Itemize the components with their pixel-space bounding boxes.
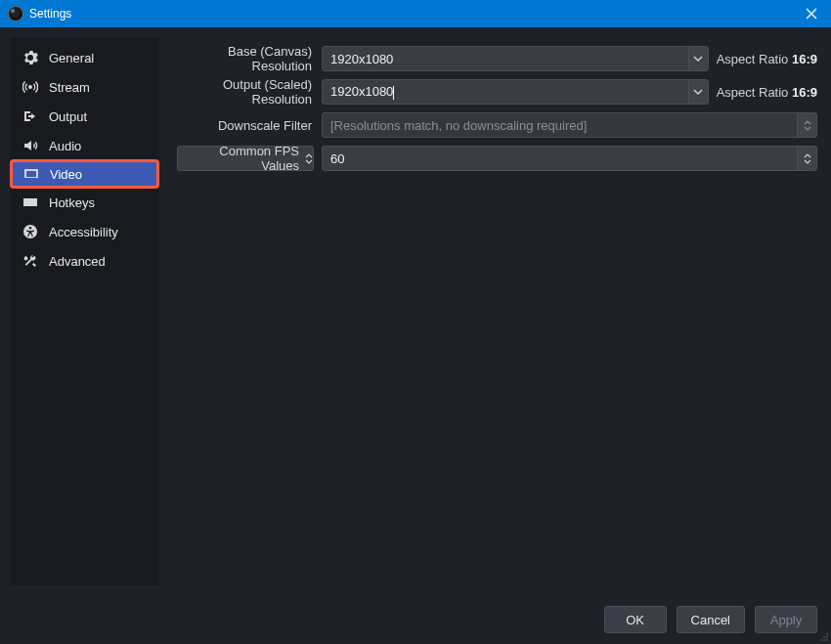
fps-value-combo[interactable]: 60 [322, 146, 817, 171]
sidebar-item-stream[interactable]: Stream [10, 72, 159, 102]
chevron-up-icon [804, 153, 811, 158]
sidebar-item-label: Advanced [49, 254, 106, 269]
settings-window: Settings General Stream [0, 0, 831, 644]
monitor-icon [22, 166, 40, 182]
chevron-up-icon [305, 153, 313, 158]
window-close-button[interactable] [792, 0, 831, 27]
accessibility-icon [22, 224, 39, 239]
sidebar-item-advanced[interactable]: Advanced [10, 246, 159, 276]
base-resolution-value: 1920x1080 [323, 52, 688, 66]
apply-button: Apply [755, 606, 817, 633]
window-title: Settings [29, 7, 71, 21]
sidebar-item-label: Accessibility [49, 225, 118, 239]
ok-button[interactable]: OK [604, 606, 667, 633]
sidebar: General Stream Output Audio [10, 37, 159, 585]
output-aspect-ratio: Aspect Ratio 16:9 [717, 85, 817, 100]
downscale-filter-row: Downscale Filter [Resolutions match, no … [177, 111, 817, 139]
speaker-icon [22, 138, 39, 153]
svg-point-1 [823, 639, 825, 641]
footer: OK Cancel Apply [0, 595, 831, 644]
output-resolution-label: Output (Scaled) Resolution [177, 77, 314, 107]
titlebar: Settings [0, 0, 831, 27]
sidebar-item-general[interactable]: General [10, 43, 159, 72]
cancel-button[interactable]: Cancel [677, 606, 745, 633]
close-icon [806, 8, 817, 20]
fps-value: 60 [323, 151, 797, 166]
fps-value-spin[interactable] [797, 147, 816, 170]
sidebar-item-output[interactable]: Output [10, 102, 159, 131]
tools-icon [22, 253, 39, 269]
fps-row: Common FPS Values 60 [177, 145, 817, 172]
main-panel: Base (Canvas) Resolution 1920x1080 Aspec… [159, 37, 821, 585]
text-cursor [393, 86, 394, 100]
fps-mode-spin[interactable] [305, 153, 313, 164]
chevron-down-icon [305, 159, 313, 164]
resize-grip[interactable] [817, 630, 829, 642]
downscale-filter-label: Downscale Filter [177, 118, 314, 133]
base-resolution-row: Base (Canvas) Resolution 1920x1080 Aspec… [177, 45, 817, 72]
sidebar-item-audio[interactable]: Audio [10, 131, 159, 160]
sidebar-item-label: Stream [49, 80, 90, 95]
sidebar-item-accessibility[interactable]: Accessibility [10, 217, 159, 246]
base-resolution-combo[interactable]: 1920x1080 [322, 46, 709, 71]
resize-grip-icon [817, 630, 829, 642]
output-resolution-value: 1920x1080 [323, 84, 688, 100]
svg-point-0 [826, 639, 828, 641]
svg-point-2 [826, 636, 828, 638]
fps-mode-label: Common FPS Values [178, 144, 305, 173]
sidebar-item-label: Audio [49, 139, 81, 153]
downscale-filter-spin [797, 113, 816, 137]
output-resolution-row: Output (Scaled) Resolution 1920x1080 Asp… [177, 78, 817, 106]
base-resolution-label: Base (Canvas) Resolution [177, 44, 314, 73]
sidebar-item-label: Output [49, 109, 87, 124]
output-resolution-combo[interactable]: 1920x1080 [322, 79, 709, 105]
output-icon [22, 108, 39, 124]
settings-body: General Stream Output Audio [0, 27, 831, 595]
svg-point-5 [826, 633, 828, 635]
obs-icon [8, 6, 23, 21]
base-resolution-caret[interactable] [688, 47, 708, 70]
sidebar-item-label: Video [50, 167, 82, 182]
sidebar-item-label: Hotkeys [49, 195, 95, 210]
svg-point-4 [823, 636, 825, 638]
downscale-filter-value: [Resolutions match, no downscaling requi… [323, 118, 797, 133]
broadcast-icon [22, 79, 39, 95]
svg-point-3 [820, 639, 822, 641]
chevron-down-icon [804, 159, 811, 164]
sidebar-item-video[interactable]: Video [10, 159, 159, 189]
sidebar-item-hotkeys[interactable]: Hotkeys [10, 188, 159, 217]
chevron-down-icon [693, 87, 703, 97]
sidebar-item-label: General [49, 51, 94, 65]
chevron-down-icon [804, 126, 811, 131]
gear-icon [22, 50, 39, 65]
chevron-up-icon [804, 120, 811, 125]
chevron-down-icon [693, 54, 703, 64]
output-resolution-caret[interactable] [688, 80, 708, 104]
base-aspect-ratio: Aspect Ratio 16:9 [717, 52, 817, 66]
keyboard-icon [22, 194, 39, 210]
fps-mode-combo[interactable]: Common FPS Values [177, 146, 314, 171]
downscale-filter-combo: [Resolutions match, no downscaling requi… [322, 112, 817, 138]
